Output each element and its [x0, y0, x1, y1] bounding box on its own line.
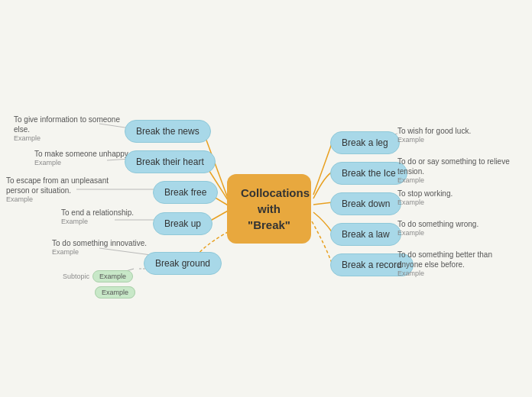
break-ground-node[interactable]: Break ground — [144, 252, 222, 275]
break-up-node[interactable]: Break up — [153, 212, 212, 235]
break-leg-label[interactable]: Break a leg — [330, 131, 400, 154]
break-record-info-group: To do something better than anyone else … — [397, 250, 512, 277]
break-down-node[interactable]: Break down — [330, 192, 401, 215]
break-law-label[interactable]: Break a law — [330, 223, 401, 246]
break-free-example: Example — [6, 195, 121, 203]
break-free-node[interactable]: Break free — [153, 181, 218, 204]
subtopic-example1: Example — [92, 270, 133, 282]
break-down-info: To stop working. — [397, 189, 453, 198]
break-ground-info: To do something innovative. — [52, 238, 147, 248]
break-law-example: Example — [397, 229, 478, 237]
break-up-example: Example — [61, 218, 134, 225]
break-law-info: To do something wrong. — [397, 219, 478, 229]
break-leg-node[interactable]: Break a leg — [330, 131, 400, 154]
subtopic-example2: Example — [95, 286, 135, 299]
break-ground-info-group: To do something innovative. Example — [52, 238, 147, 256]
break-free-label[interactable]: Break free — [153, 181, 218, 204]
subtopic-label: Subtopic — [63, 273, 89, 280]
break-up-info: To end a relationship. — [61, 208, 134, 218]
break-ground-example: Example — [52, 248, 147, 256]
break-ice-info: To do or say something to relieve tensio… — [397, 157, 512, 176]
break-law-node[interactable]: Break a law — [330, 223, 401, 246]
center-node[interactable]: Collocations with "Break" — [227, 174, 311, 244]
break-leg-info: To wish for good luck. — [397, 126, 471, 136]
break-news-label[interactable]: Break the news — [125, 120, 211, 143]
subtopic-group: Subtopic Example Example — [63, 270, 135, 298]
break-record-example: Example — [397, 270, 512, 277]
break-ice-info-group: To do or say something to relieve tensio… — [397, 157, 512, 184]
break-leg-info-group: To wish for good luck. Example — [397, 126, 471, 144]
break-heart-info: To make someone unhappy. — [34, 149, 130, 159]
break-leg-example: Example — [397, 136, 471, 144]
break-up-label[interactable]: Break up — [153, 212, 212, 235]
break-up-info-group: To end a relationship. Example — [61, 208, 134, 225]
break-news-example: Example — [14, 134, 128, 142]
break-free-info: To escape from an unpleasant person or s… — [6, 176, 121, 195]
break-news-node[interactable]: Break the news — [125, 120, 211, 143]
center-title-line1: Collocations with "Break" — [241, 186, 310, 231]
break-heart-label[interactable]: Break their heart — [125, 150, 216, 173]
break-heart-info-group: To make someone unhappy. Example — [34, 149, 130, 166]
break-heart-node[interactable]: Break their heart — [125, 150, 216, 173]
break-free-info-group: To escape from an unpleasant person or s… — [6, 176, 121, 203]
break-down-example: Example — [397, 198, 453, 206]
break-ice-label[interactable]: Break the Ice — [330, 162, 407, 185]
break-law-info-group: To do something wrong. Example — [397, 219, 478, 237]
break-heart-example: Example — [34, 159, 130, 166]
break-news-info-group: To give information to someone else. Exa… — [14, 115, 128, 142]
break-ice-example: Example — [397, 176, 512, 184]
break-record-info: To do something better than anyone else … — [397, 250, 512, 270]
break-down-info-group: To stop working. Example — [397, 189, 453, 206]
mind-map: Collocations with "Break" To give inform… — [0, 0, 532, 397]
break-ice-node[interactable]: Break the Ice — [330, 162, 407, 185]
break-down-label[interactable]: Break down — [330, 192, 401, 215]
break-ground-label[interactable]: Break ground — [144, 252, 222, 275]
break-news-info: To give information to someone else. — [14, 115, 128, 134]
